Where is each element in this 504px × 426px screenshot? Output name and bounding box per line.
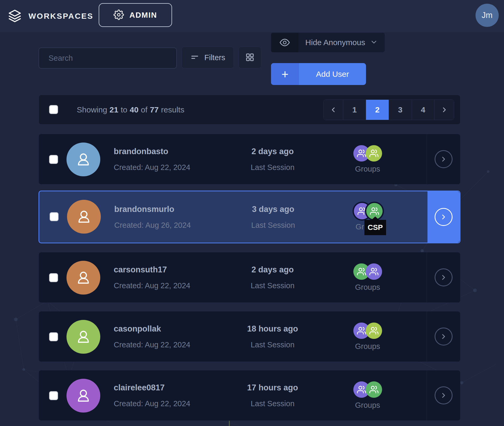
user-row-casonpollak[interactable]: casonpollak Created: Aug 22, 2024 18 hou… xyxy=(39,311,460,362)
results-summary: Showing 21 to 40 of 77 results xyxy=(77,95,184,124)
created-date: Created: Aug 22, 2024 xyxy=(114,281,190,290)
username: brandonbasto xyxy=(114,147,190,156)
user-row-brandonsmurlo-selected[interactable]: brandonsmurlo Created: Aug 26, 2024 3 da… xyxy=(39,191,460,243)
last-session-value: 17 hours ago xyxy=(247,383,298,392)
users-icon xyxy=(369,326,378,335)
avatar xyxy=(66,320,100,354)
group-badge-purple[interactable] xyxy=(366,263,382,280)
users-icon xyxy=(357,149,366,158)
username: clairelee0817 xyxy=(114,383,190,392)
admin-label: ADMIN xyxy=(129,11,157,20)
avatar xyxy=(67,200,101,234)
users-icon xyxy=(358,207,367,216)
users-icon xyxy=(369,149,378,158)
prev-page-button[interactable] xyxy=(324,100,343,120)
row-checkbox[interactable] xyxy=(50,212,59,221)
results-to: 40 xyxy=(130,105,138,114)
users-icon xyxy=(357,267,366,276)
add-user-label: Add User xyxy=(299,63,366,85)
results-word: results xyxy=(161,105,184,114)
user-avatar[interactable]: Jm xyxy=(476,4,499,27)
row-expand-button[interactable] xyxy=(427,252,460,302)
user-row-clairelee0817[interactable]: clairelee0817 Created: Aug 22, 2024 17 h… xyxy=(39,370,460,421)
group-badges xyxy=(353,263,382,280)
last-session-label: Last Session xyxy=(251,163,294,172)
avatar xyxy=(66,261,100,295)
row-expand-button[interactable] xyxy=(427,311,460,362)
last-session-value: 18 hours ago xyxy=(247,324,298,334)
username: brandonsmurlo xyxy=(114,205,191,214)
results-from: 21 xyxy=(110,105,118,114)
page-button-4[interactable]: 4 xyxy=(412,100,435,120)
grid-icon xyxy=(245,53,255,63)
row-expand-button[interactable] xyxy=(427,191,460,243)
last-session-label: Last Session xyxy=(251,340,294,349)
chevron-right-circle-icon xyxy=(435,268,453,286)
add-user-button[interactable]: + Add User xyxy=(271,63,366,85)
users-icon xyxy=(369,385,378,394)
last-session-value: 2 days ago xyxy=(251,147,294,156)
chevron-right-circle-icon xyxy=(435,208,453,226)
last-session-value: 2 days ago xyxy=(251,265,294,274)
group-tooltip: CSP xyxy=(364,220,386,235)
gear-icon xyxy=(113,10,124,21)
avatar xyxy=(66,143,100,176)
filters-label: Filters xyxy=(205,53,225,62)
chevron-right-circle-icon xyxy=(435,328,453,345)
username: carsonsuth17 xyxy=(114,265,190,274)
users-icon xyxy=(370,207,379,216)
users-icon xyxy=(369,267,378,276)
search-input[interactable] xyxy=(39,48,177,69)
person-icon xyxy=(75,328,92,345)
top-bar: WORKSPACES ADMIN Jm xyxy=(0,0,504,32)
row-expand-button[interactable] xyxy=(427,370,460,420)
hide-anonymous-dropdown[interactable]: Hide Anonymous xyxy=(271,33,385,52)
brand-label: WORKSPACES xyxy=(28,12,93,21)
avatar xyxy=(66,379,100,413)
groups-label: Groups xyxy=(355,283,380,292)
plus-icon: + xyxy=(271,63,299,85)
person-icon xyxy=(75,208,93,225)
users-icon xyxy=(357,326,366,335)
hide-anonymous-label: Hide Anonymous xyxy=(305,38,365,47)
to-word: to xyxy=(121,105,127,114)
user-row-brandonbasto[interactable]: brandonbasto Created: Aug 22, 2024 2 day… xyxy=(39,134,460,184)
username: casonpollak xyxy=(114,324,190,334)
group-badge-green[interactable] xyxy=(366,381,382,398)
last-session-label: Last Session xyxy=(251,281,294,290)
last-session-value: 3 days ago xyxy=(252,205,294,214)
pagination-bar: Showing 21 to 40 of 77 results 1 2 3 4 xyxy=(39,95,460,125)
row-checkbox[interactable] xyxy=(49,332,58,341)
page-button-2-active[interactable]: 2 xyxy=(366,100,389,120)
chevron-right-circle-icon xyxy=(435,150,453,168)
person-icon xyxy=(75,269,92,286)
group-badge-yellow-green[interactable] xyxy=(366,145,382,162)
row-checkbox[interactable] xyxy=(49,155,58,164)
admin-button[interactable]: ADMIN xyxy=(99,3,172,27)
user-row-carsonsuth17[interactable]: carsonsuth17 Created: Aug 22, 2024 2 day… xyxy=(39,252,460,303)
results-total: 77 xyxy=(150,105,159,114)
row-checkbox[interactable] xyxy=(49,391,58,400)
workspaces-brand[interactable]: WORKSPACES xyxy=(7,0,93,32)
showing-word: Showing xyxy=(77,105,107,114)
row-checkbox[interactable] xyxy=(49,273,58,282)
grid-view-button[interactable] xyxy=(239,47,261,68)
select-all-checkbox[interactable] xyxy=(49,105,58,114)
created-date: Created: Aug 26, 2024 xyxy=(114,221,191,230)
group-badge-yellow-green[interactable] xyxy=(366,323,382,339)
person-icon xyxy=(75,151,92,168)
groups-label: Groups xyxy=(355,342,380,351)
last-session-label: Last Session xyxy=(251,399,294,408)
created-date: Created: Aug 22, 2024 xyxy=(114,163,190,172)
groups-label: Groups xyxy=(355,165,380,173)
next-page-button[interactable] xyxy=(434,100,454,120)
last-session-label: Last Session xyxy=(251,221,295,230)
page-button-1[interactable]: 1 xyxy=(343,100,366,120)
users-icon xyxy=(357,385,366,394)
group-badges xyxy=(353,145,382,162)
group-badges xyxy=(353,323,382,339)
page-button-3[interactable]: 3 xyxy=(389,100,412,120)
person-icon xyxy=(75,387,92,404)
row-expand-button[interactable] xyxy=(427,134,460,184)
filters-button[interactable]: Filters xyxy=(182,47,234,68)
